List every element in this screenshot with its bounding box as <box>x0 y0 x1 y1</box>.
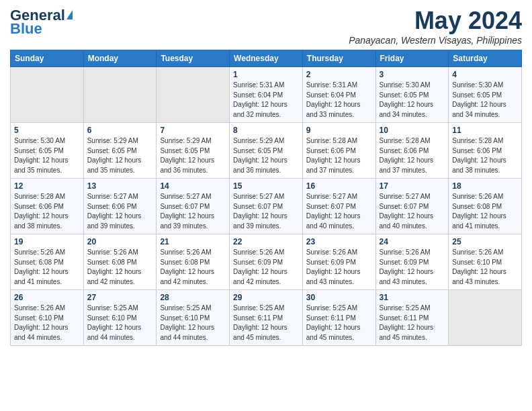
day-info: Sunrise: 5:30 AM Sunset: 6:05 PM Dayligh… <box>452 81 518 120</box>
calendar-cell: 26Sunrise: 5:26 AM Sunset: 6:10 PM Dayli… <box>11 290 84 346</box>
day-info: Sunrise: 5:25 AM Sunset: 6:11 PM Dayligh… <box>306 304 372 342</box>
logo: General Blue <box>10 7 73 38</box>
calendar-cell: 30Sunrise: 5:25 AM Sunset: 6:11 PM Dayli… <box>302 290 375 346</box>
calendar-cell <box>449 290 522 346</box>
day-info: Sunrise: 5:28 AM Sunset: 6:06 PM Dayligh… <box>452 136 518 175</box>
day-info: Sunrise: 5:26 AM Sunset: 6:08 PM Dayligh… <box>87 248 153 287</box>
calendar-cell <box>157 67 230 123</box>
day-info: Sunrise: 5:29 AM Sunset: 6:05 PM Dayligh… <box>160 136 226 175</box>
day-number: 7 <box>160 126 226 135</box>
day-info: Sunrise: 5:25 AM Sunset: 6:10 PM Dayligh… <box>160 304 226 342</box>
calendar-cell: 20Sunrise: 5:26 AM Sunset: 6:08 PM Dayli… <box>83 234 157 290</box>
calendar-cell: 25Sunrise: 5:26 AM Sunset: 6:10 PM Dayli… <box>449 234 522 290</box>
day-info: Sunrise: 5:28 AM Sunset: 6:06 PM Dayligh… <box>306 136 372 175</box>
calendar-header-row: SundayMondayTuesdayWednesdayThursdayFrid… <box>11 50 522 67</box>
calendar-table: SundayMondayTuesdayWednesdayThursdayFrid… <box>10 50 522 346</box>
day-info: Sunrise: 5:25 AM Sunset: 6:11 PM Dayligh… <box>380 304 445 342</box>
day-number: 13 <box>87 181 153 191</box>
calendar-cell <box>83 67 157 123</box>
calendar-cell: 29Sunrise: 5:25 AM Sunset: 6:11 PM Dayli… <box>230 290 303 346</box>
day-info: Sunrise: 5:29 AM Sunset: 6:05 PM Dayligh… <box>233 136 299 175</box>
header-saturday: Saturday <box>449 50 522 67</box>
day-number: 5 <box>14 126 80 135</box>
calendar-cell: 19Sunrise: 5:26 AM Sunset: 6:08 PM Dayli… <box>11 234 84 290</box>
day-info: Sunrise: 5:25 AM Sunset: 6:10 PM Dayligh… <box>87 304 153 342</box>
day-number: 12 <box>14 181 80 191</box>
calendar-cell <box>11 67 84 123</box>
header-sunday: Sunday <box>11 50 84 67</box>
day-number: 3 <box>380 70 445 79</box>
day-info: Sunrise: 5:26 AM Sunset: 6:08 PM Dayligh… <box>452 192 518 231</box>
day-number: 19 <box>14 237 80 246</box>
day-number: 2 <box>306 70 372 79</box>
day-number: 14 <box>160 181 226 191</box>
calendar-cell: 4Sunrise: 5:30 AM Sunset: 6:05 PM Daylig… <box>449 67 522 123</box>
calendar-cell: 5Sunrise: 5:30 AM Sunset: 6:05 PM Daylig… <box>11 123 84 179</box>
logo-blue: Blue <box>10 20 42 38</box>
calendar-week-row: 12Sunrise: 5:28 AM Sunset: 6:06 PM Dayli… <box>11 179 522 234</box>
calendar-cell: 22Sunrise: 5:26 AM Sunset: 6:09 PM Dayli… <box>230 234 303 290</box>
calendar-cell: 10Sunrise: 5:28 AM Sunset: 6:06 PM Dayli… <box>375 123 449 179</box>
calendar-cell: 2Sunrise: 5:31 AM Sunset: 6:04 PM Daylig… <box>302 67 375 123</box>
day-info: Sunrise: 5:26 AM Sunset: 6:09 PM Dayligh… <box>380 248 445 287</box>
day-info: Sunrise: 5:29 AM Sunset: 6:05 PM Dayligh… <box>87 136 153 175</box>
calendar-cell: 12Sunrise: 5:28 AM Sunset: 6:06 PM Dayli… <box>11 179 84 234</box>
title-block: May 2024 Panayacan, Western Visayas, Phi… <box>349 7 522 46</box>
day-number: 24 <box>380 237 445 246</box>
calendar-cell: 14Sunrise: 5:27 AM Sunset: 6:07 PM Dayli… <box>157 179 230 234</box>
day-info: Sunrise: 5:27 AM Sunset: 6:07 PM Dayligh… <box>306 192 372 231</box>
calendar-week-row: 26Sunrise: 5:26 AM Sunset: 6:10 PM Dayli… <box>11 290 522 346</box>
calendar-cell: 9Sunrise: 5:28 AM Sunset: 6:06 PM Daylig… <box>302 123 375 179</box>
day-info: Sunrise: 5:27 AM Sunset: 6:07 PM Dayligh… <box>160 192 226 231</box>
day-info: Sunrise: 5:27 AM Sunset: 6:06 PM Dayligh… <box>87 192 153 231</box>
page-header: General Blue May 2024 Panayacan, Western… <box>10 7 522 46</box>
calendar-cell: 15Sunrise: 5:27 AM Sunset: 6:07 PM Dayli… <box>230 179 303 234</box>
day-number: 27 <box>87 293 153 302</box>
day-info: Sunrise: 5:31 AM Sunset: 6:04 PM Dayligh… <box>306 81 372 120</box>
calendar-cell: 27Sunrise: 5:25 AM Sunset: 6:10 PM Dayli… <box>83 290 157 346</box>
day-info: Sunrise: 5:27 AM Sunset: 6:07 PM Dayligh… <box>233 192 299 231</box>
calendar-cell: 31Sunrise: 5:25 AM Sunset: 6:11 PM Dayli… <box>375 290 449 346</box>
day-info: Sunrise: 5:26 AM Sunset: 6:09 PM Dayligh… <box>306 248 372 287</box>
day-number: 20 <box>87 237 153 246</box>
day-info: Sunrise: 5:26 AM Sunset: 6:10 PM Dayligh… <box>14 304 80 342</box>
day-info: Sunrise: 5:26 AM Sunset: 6:09 PM Dayligh… <box>233 248 299 287</box>
day-number: 30 <box>306 293 372 302</box>
day-number: 28 <box>160 293 226 302</box>
day-number: 10 <box>380 126 445 135</box>
day-info: Sunrise: 5:31 AM Sunset: 6:04 PM Dayligh… <box>233 81 299 120</box>
calendar-cell: 17Sunrise: 5:27 AM Sunset: 6:07 PM Dayli… <box>375 179 449 234</box>
header-monday: Monday <box>83 50 157 67</box>
calendar-cell: 24Sunrise: 5:26 AM Sunset: 6:09 PM Dayli… <box>375 234 449 290</box>
day-number: 9 <box>306 126 372 135</box>
logo-triangle-icon <box>66 10 73 19</box>
day-info: Sunrise: 5:27 AM Sunset: 6:07 PM Dayligh… <box>380 192 445 231</box>
calendar-week-row: 19Sunrise: 5:26 AM Sunset: 6:08 PM Dayli… <box>11 234 522 290</box>
calendar-cell: 18Sunrise: 5:26 AM Sunset: 6:08 PM Dayli… <box>449 179 522 234</box>
day-number: 4 <box>452 70 518 79</box>
day-number: 26 <box>14 293 80 302</box>
day-number: 6 <box>87 126 153 135</box>
day-number: 25 <box>452 237 518 246</box>
header-wednesday: Wednesday <box>230 50 303 67</box>
day-info: Sunrise: 5:28 AM Sunset: 6:06 PM Dayligh… <box>380 136 445 175</box>
day-number: 15 <box>233 181 299 191</box>
day-number: 18 <box>452 181 518 191</box>
calendar-cell: 11Sunrise: 5:28 AM Sunset: 6:06 PM Dayli… <box>449 123 522 179</box>
day-info: Sunrise: 5:30 AM Sunset: 6:05 PM Dayligh… <box>14 136 80 175</box>
day-number: 22 <box>233 237 299 246</box>
day-number: 31 <box>380 293 445 302</box>
day-info: Sunrise: 5:30 AM Sunset: 6:05 PM Dayligh… <box>380 81 445 120</box>
calendar-cell: 21Sunrise: 5:26 AM Sunset: 6:08 PM Dayli… <box>157 234 230 290</box>
day-info: Sunrise: 5:26 AM Sunset: 6:08 PM Dayligh… <box>160 248 226 287</box>
calendar-cell: 8Sunrise: 5:29 AM Sunset: 6:05 PM Daylig… <box>230 123 303 179</box>
day-info: Sunrise: 5:26 AM Sunset: 6:08 PM Dayligh… <box>14 248 80 287</box>
day-number: 21 <box>160 237 226 246</box>
header-tuesday: Tuesday <box>157 50 230 67</box>
day-info: Sunrise: 5:26 AM Sunset: 6:10 PM Dayligh… <box>452 248 518 287</box>
calendar-cell: 1Sunrise: 5:31 AM Sunset: 6:04 PM Daylig… <box>230 67 303 123</box>
day-number: 23 <box>306 237 372 246</box>
day-number: 17 <box>380 181 445 191</box>
location: Panayacan, Western Visayas, Philippines <box>349 35 522 46</box>
calendar-cell: 28Sunrise: 5:25 AM Sunset: 6:10 PM Dayli… <box>157 290 230 346</box>
